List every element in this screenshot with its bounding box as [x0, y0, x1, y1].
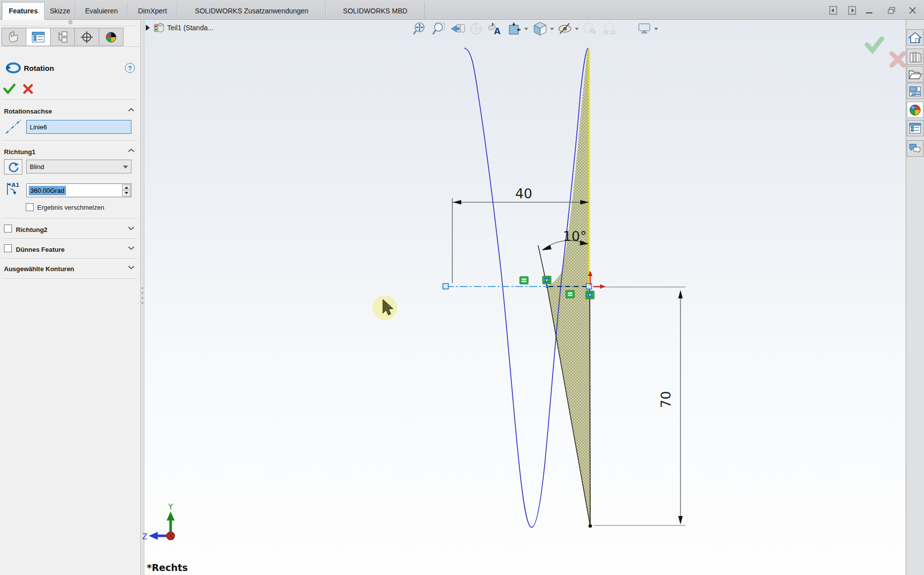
- tree-expand-icon[interactable]: [145, 24, 150, 31]
- angle-value-input[interactable]: 360.00Grad: [26, 183, 131, 197]
- part-document-icon: [153, 22, 164, 34]
- axis-selection-icon: [4, 117, 23, 136]
- section-richtung2-label: Richtung2: [16, 226, 48, 233]
- section-thin-feature-label: Dünnes Feature: [16, 246, 64, 253]
- apply-scene-box-icon[interactable]: [507, 21, 523, 36]
- zoom-to-area-icon[interactable]: [431, 21, 446, 36]
- minimize-button[interactable]: [862, 4, 876, 17]
- merge-result-label: Ergebnis verschmelzen: [37, 204, 104, 211]
- tree-root-label[interactable]: Teil1 (Standa...: [167, 24, 213, 32]
- axis-selection-input[interactable]: Linie6: [26, 120, 131, 134]
- tab-zusatzanwendungen[interactable]: SOLIDWORKS Zusatzanwendungen: [178, 2, 326, 20]
- scene-sphere-icon[interactable]: [602, 22, 617, 36]
- apply-scene-caret-icon[interactable]: [524, 27, 529, 32]
- feature-tree-flyout: Teil1 (Standa...: [145, 22, 213, 34]
- angle-spinner[interactable]: [122, 184, 130, 196]
- tab-part-icon[interactable]: [1, 28, 26, 46]
- custom-properties-icon[interactable]: [907, 120, 924, 136]
- annotation-view-icon[interactable]: A: [487, 21, 503, 36]
- expand-selected-contours-icon[interactable]: [128, 265, 134, 269]
- section-view-icon[interactable]: [469, 21, 484, 36]
- collapse-rotationsachse-icon[interactable]: [128, 108, 134, 112]
- angle-parameter-icon: A1: [4, 180, 24, 198]
- tab-mbd[interactable]: SOLIDWORKS MBD: [326, 2, 425, 20]
- tab-evaluieren[interactable]: Evaluieren: [75, 2, 127, 20]
- hide-show-caret-icon[interactable]: [574, 27, 579, 32]
- home-icon[interactable]: [907, 29, 924, 46]
- ok-button[interactable]: [3, 83, 16, 95]
- tab-displaymanager-icon[interactable]: [99, 28, 123, 46]
- expand-thin-feature-icon[interactable]: [128, 246, 134, 250]
- collapse-richtung1-icon[interactable]: [128, 148, 134, 152]
- graphics-area[interactable]: [144, 20, 906, 575]
- edit-appearance-icon[interactable]: [582, 22, 597, 36]
- cancel-button[interactable]: [23, 84, 34, 95]
- view-orientation-cube-icon[interactable]: [532, 21, 548, 37]
- close-button[interactable]: [906, 4, 920, 17]
- zoom-to-fit-icon[interactable]: [413, 21, 428, 36]
- comments-icon[interactable]: [907, 140, 924, 157]
- collapse-pane-right-icon[interactable]: [845, 4, 859, 17]
- panel-title: Rotation: [24, 64, 54, 72]
- property-manager-panel: Rotation ? Rotationsachse Linie6 Richtun…: [0, 20, 140, 575]
- view-orientation-caret-icon[interactable]: [550, 27, 554, 32]
- tab-features[interactable]: Features: [2, 2, 45, 20]
- hide-show-items-icon[interactable]: [558, 22, 573, 36]
- view-settings-monitor-icon[interactable]: [637, 22, 652, 36]
- splitter-grip[interactable]: [141, 285, 144, 305]
- view-settings-caret-icon[interactable]: [654, 27, 659, 32]
- file-explorer-icon[interactable]: [907, 66, 924, 82]
- svg-text:A: A: [494, 26, 501, 36]
- svg-text:A1: A1: [11, 182, 19, 188]
- section-richtung1-label: Richtung1: [4, 148, 36, 156]
- merge-result-checkbox[interactable]: [26, 203, 34, 211]
- command-manager-tabbar: Features Skizze Evaluieren DimXpert SOLI…: [0, 0, 924, 20]
- manager-tabstrip: [1, 28, 123, 46]
- end-condition-dropdown[interactable]: Blind: [26, 160, 131, 173]
- restore-button[interactable]: [885, 4, 899, 17]
- task-pane-strip: [906, 20, 924, 575]
- tab-featuremanager-icon[interactable]: [26, 28, 51, 46]
- chevron-down-icon: [123, 165, 128, 169]
- reverse-direction-button[interactable]: [4, 159, 22, 174]
- appearances-icon[interactable]: [907, 102, 924, 118]
- help-icon[interactable]: ?: [125, 63, 135, 73]
- solidworks-window: Features Skizze Evaluieren DimXpert SOLI…: [0, 0, 924, 575]
- view-palette-icon[interactable]: [907, 83, 924, 99]
- design-library-icon[interactable]: [907, 49, 924, 65]
- thin-feature-checkbox[interactable]: [4, 244, 12, 252]
- richtung2-checkbox[interactable]: [4, 225, 12, 232]
- section-selected-contours-label: Ausgewählte Konturen: [4, 265, 74, 273]
- expand-richtung2-icon[interactable]: [128, 226, 134, 230]
- tab-dimxpertmanager-icon[interactable]: [74, 28, 99, 46]
- panel-splitter[interactable]: [140, 20, 144, 575]
- tab-configurationmanager-icon[interactable]: [50, 28, 75, 46]
- section-rotationsachse-label: Rotationsachse: [4, 108, 52, 115]
- tab-dimxpert[interactable]: DimXpert: [127, 2, 178, 20]
- previous-view-icon[interactable]: [450, 21, 465, 36]
- rotation-feature-icon: [5, 60, 22, 76]
- tab-skizze[interactable]: Skizze: [45, 2, 75, 20]
- collapse-pane-left-icon[interactable]: [826, 4, 840, 17]
